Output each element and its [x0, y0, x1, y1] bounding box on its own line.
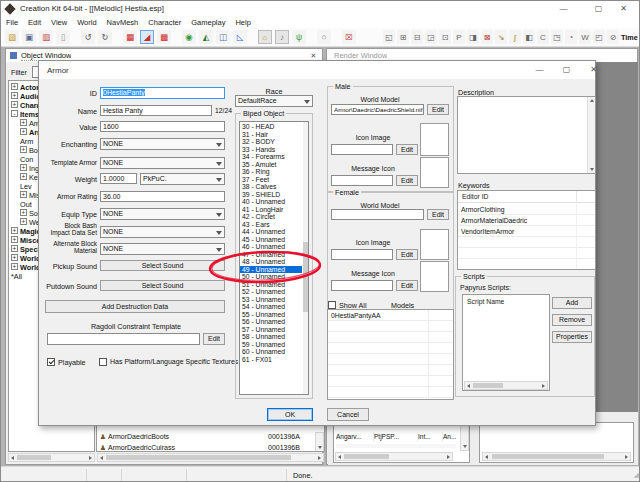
- preview-vscrollbar[interactable]: [460, 424, 469, 451]
- menu-item[interactable]: File: [1, 17, 23, 28]
- name-input[interactable]: Hestia Panty: [100, 105, 212, 116]
- biped-slot-item[interactable]: 40 - Unnamed: [240, 198, 302, 206]
- playable-checkbox[interactable]: [47, 358, 55, 366]
- window-tool-icon[interactable]: C: [537, 30, 549, 44]
- preview-row[interactable]: Angarv...PtjPSP...Int...An...: [336, 432, 462, 442]
- window-tool-icon[interactable]: ◱: [383, 30, 395, 44]
- menu-item[interactable]: Help: [230, 17, 255, 28]
- window-tool-icon[interactable]: ⊡: [439, 30, 451, 44]
- window-tool-icon[interactable]: W: [579, 30, 591, 44]
- value-input[interactable]: 1600: [100, 121, 225, 132]
- menu-item[interactable]: View: [46, 17, 72, 28]
- close-button[interactable]: ✕: [615, 2, 632, 15]
- undo-icon[interactable]: ↺: [81, 30, 95, 44]
- keyword-row[interactable]: ArmorMaterialDaedric: [458, 215, 595, 226]
- snap-to-angle-icon[interactable]: ◢: [140, 30, 154, 44]
- version-control-icon[interactable]: ▥: [39, 30, 53, 44]
- biped-slot-item[interactable]: 51 - Unnamed: [240, 281, 302, 289]
- weight-class-select[interactable]: PkPuC.: [140, 173, 225, 185]
- biped-slot-item[interactable]: 58 - Unnamed: [240, 333, 302, 341]
- keyword-row[interactable]: VendorItemArmor: [458, 226, 595, 237]
- biped-slot-item[interactable]: 31 - Hair: [240, 131, 302, 139]
- window-tool-icon[interactable]: ◨: [467, 30, 479, 44]
- biped-slot-item[interactable]: 47 - Unnamed: [240, 251, 302, 259]
- biped-slot-item[interactable]: 32 - BODY: [240, 138, 302, 146]
- object-row[interactable]: ♟ArmorDaedricBoots0001396A: [98, 431, 310, 442]
- landscape-icon[interactable]: ◭: [199, 30, 213, 44]
- tree-hscrollbar[interactable]: [8, 453, 95, 462]
- equip-type-select[interactable]: NONE: [100, 208, 225, 220]
- window-tool-icon[interactable]: P: [453, 30, 465, 44]
- male-icon-image-input[interactable]: [331, 144, 393, 155]
- ragdoll-template-input[interactable]: [47, 333, 200, 345]
- window-tool-icon[interactable]: ◲: [425, 30, 437, 44]
- biped-slot-item[interactable]: 37 - Feet: [240, 176, 302, 184]
- block-bash-select[interactable]: NONE: [100, 226, 225, 238]
- dialog-maximize-button[interactable]: ▢: [558, 63, 575, 76]
- biped-slot-item[interactable]: 39 - SHIELD: [240, 191, 302, 199]
- minimize-button[interactable]: —: [555, 2, 572, 15]
- biped-slot-item[interactable]: 49 - Unnamed: [240, 266, 302, 274]
- window-tool-icon[interactable]: ◧: [523, 30, 535, 44]
- biped-slot-item[interactable]: 36 - Ring: [240, 168, 302, 176]
- pickup-sound-button[interactable]: Select Sound: [100, 260, 225, 271]
- cancel-button[interactable]: Cancel: [327, 408, 369, 421]
- female-world-model-input[interactable]: [331, 209, 424, 220]
- armor-rating-input[interactable]: 36.00: [100, 191, 225, 202]
- biped-slot-item[interactable]: 41 - LongHair: [240, 206, 302, 214]
- snap-to-connect-points-icon[interactable]: ▩: [157, 30, 171, 44]
- object-row[interactable]: ♟ArmorDaedricCuirass0001396B: [98, 442, 310, 452]
- female-icon-image-edit-button[interactable]: Edit: [396, 249, 418, 260]
- object-list-vscrollbar[interactable]: [315, 432, 324, 452]
- world-icon[interactable]: ◉: [182, 30, 196, 44]
- biped-slot-item[interactable]: 42 - Circlet: [240, 213, 302, 221]
- maximize-button[interactable]: ▢: [590, 2, 607, 15]
- preview-hscrollbar[interactable]: [335, 452, 453, 461]
- female-world-model-edit-button[interactable]: Edit: [427, 209, 449, 220]
- biped-slot-item[interactable]: 48 - Unnamed: [240, 258, 302, 266]
- biped-slot-item[interactable]: 59 - Unnamed: [240, 341, 302, 349]
- male-world-model-input[interactable]: Armor\Daedric\DaedricShield.nif: [331, 104, 424, 115]
- show-all-checkbox[interactable]: [328, 301, 336, 309]
- script-name-header[interactable]: Script Name: [467, 298, 504, 305]
- open-icon[interactable]: ▨: [5, 30, 19, 44]
- biped-vscrollbar[interactable]: [303, 122, 308, 394]
- female-icon-image-input[interactable]: [331, 249, 393, 260]
- window-tool-icon[interactable]: ◔: [565, 30, 577, 44]
- alt-block-material-select[interactable]: NONE: [100, 243, 225, 255]
- biped-slot-item[interactable]: 60 - Unnamed: [240, 348, 302, 356]
- menu-item[interactable]: Gameplay: [186, 17, 230, 28]
- biped-slot-item[interactable]: 35 - Amulet: [240, 161, 302, 169]
- keyword-row[interactable]: ArmorClothing: [458, 204, 595, 215]
- render-hscrollbar[interactable]: [482, 452, 631, 461]
- biped-slot-item[interactable]: 33 - Hands: [240, 146, 302, 154]
- model-row[interactable]: 0HestiaPantyAA: [328, 310, 453, 321]
- biped-slot-item[interactable]: 30 - HEAD: [240, 123, 302, 131]
- window-tool-icon[interactable]: ⊟: [411, 30, 423, 44]
- biped-slot-item[interactable]: 34 - Forearms: [240, 153, 302, 161]
- biped-slot-item[interactable]: 44 - Unnamed: [240, 228, 302, 236]
- biped-slot-item[interactable]: 61 - FX01: [240, 356, 302, 364]
- havok-icon[interactable]: ◫: [216, 30, 230, 44]
- male-world-model-edit-button[interactable]: Edit: [427, 104, 449, 115]
- script-add-button[interactable]: Add: [552, 297, 592, 309]
- menu-item[interactable]: Edit: [23, 17, 46, 28]
- window-tool-icon[interactable]: ◰: [593, 30, 605, 44]
- biped-slot-item[interactable]: 57 - Unnamed: [240, 326, 302, 334]
- snap-to-grid-icon[interactable]: ▦: [123, 30, 137, 44]
- dialogue-icon[interactable]: ○: [317, 30, 331, 44]
- window-tool-icon[interactable]: ʃ: [509, 30, 521, 44]
- platform-textures-checkbox[interactable]: [99, 358, 107, 366]
- id-input[interactable]: 0HestiaPanty: [100, 87, 225, 99]
- dialog-close-button[interactable]: ✕: [585, 63, 602, 76]
- biped-slot-item[interactable]: 54 - Unnamed: [240, 303, 302, 311]
- grass-icon[interactable]: ψ: [292, 30, 306, 44]
- biped-slot-item[interactable]: 52 - Unnamed: [240, 288, 302, 296]
- male-message-icon-edit-button[interactable]: Edit: [396, 175, 418, 186]
- window-tool-icon[interactable]: ⊘: [607, 30, 619, 44]
- save-icon[interactable]: ▣: [22, 30, 36, 44]
- resize-grip[interactable]: ◢: [634, 471, 639, 479]
- biped-slot-item[interactable]: 56 - Unnamed: [240, 318, 302, 326]
- weight-input[interactable]: 1.0000: [100, 173, 137, 184]
- redo-icon[interactable]: ↻: [98, 30, 112, 44]
